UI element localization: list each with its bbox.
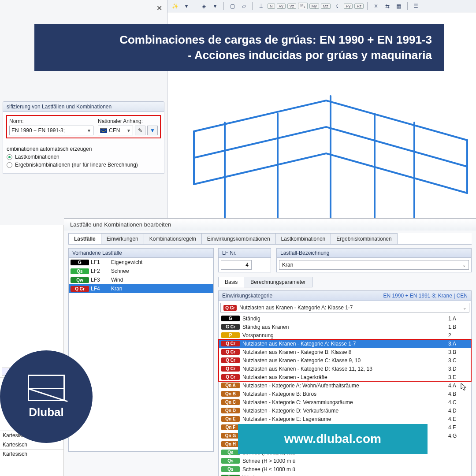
badge: Qn F xyxy=(221,424,240,430)
radio-ergebniskombinationen[interactable]: Ergebniskombinationen (nur für lineare B… xyxy=(7,162,160,168)
force-vz[interactable]: Vz xyxy=(287,4,297,9)
headline-line2: - Acciones inducidas por grúas y maquina… xyxy=(47,48,432,63)
chevron-down-icon: ▼ xyxy=(126,128,131,133)
norm-select[interactable]: EN 1990 + EN 1991-3;▼ xyxy=(9,126,93,135)
force-py[interactable]: Py xyxy=(344,4,353,9)
category-option[interactable]: Q Cr Nutzlasten aus Kranen - Kategorie D… xyxy=(219,364,471,373)
category-option[interactable]: Qn D Nutzlasten - Kategorie D: Verkaufsr… xyxy=(219,406,471,415)
badge: G xyxy=(221,316,240,321)
category-text: Nutzlasten - Kategorie E: Lagerräume xyxy=(242,416,446,422)
category-option[interactable]: Qs Schnee (H ≤ 1000 m ü xyxy=(219,465,471,473)
loadcase-row[interactable]: Q Cr LF4 Kran xyxy=(69,284,213,293)
auto-combination-label: ombinationen automatisch erzeugen xyxy=(7,146,160,152)
category-code: 2 xyxy=(448,332,469,338)
lfdesc-select[interactable]: Kran⌄ xyxy=(279,260,469,270)
radio-off-icon xyxy=(7,162,12,168)
loadcase-row[interactable]: G LF1 Eigengewicht xyxy=(69,258,213,267)
brand-name: Dlubal xyxy=(29,405,63,419)
norm-label: Norm: xyxy=(9,118,93,124)
badge: Qs xyxy=(221,458,240,464)
annex-label: Nationaler Anhang: xyxy=(98,118,158,124)
force-vy[interactable]: Vy xyxy=(277,4,286,9)
category-text: Nutzlasten aus Kranen - Lagerkräfte xyxy=(242,374,446,380)
table-icon[interactable]: ▦ xyxy=(394,1,404,11)
category-code: 3.D xyxy=(448,366,469,372)
category-text: Nutzlasten - Kategorie C: Versammlungsrä… xyxy=(242,399,446,405)
annex-edit-icon[interactable]: ✎ xyxy=(135,126,145,135)
tab-berechnungsparameter[interactable]: Berechnungsparameter xyxy=(244,277,312,287)
loadcase-name: Eigengewicht xyxy=(111,259,212,265)
category-text: Nutzlasten aus Kranen - Kategorie B: Kla… xyxy=(242,349,446,355)
category-option[interactable]: Q Cr Nutzlasten aus Kranen - Lagerkräfte… xyxy=(219,373,471,381)
category-code: 1.A xyxy=(448,316,469,322)
website-url: www.dlubal.com xyxy=(238,424,428,454)
loadcase-name: Kran xyxy=(111,286,212,292)
close-icon[interactable]: ✕ xyxy=(154,3,164,13)
moment-m1[interactable]: M1 xyxy=(298,3,308,9)
headline-line1: Combinaciones de cargas de grúas: EN 199… xyxy=(47,32,432,48)
loadcase-id: LF2 xyxy=(91,268,109,274)
lfnr-head: LF Nr. xyxy=(218,248,271,258)
badge: Q Cr xyxy=(221,374,240,380)
arrow-icon[interactable]: ▾ xyxy=(182,1,191,11)
category-option[interactable]: P Vorspannung 2 xyxy=(219,331,471,339)
frame-icon[interactable]: ▢ xyxy=(227,1,237,11)
category-option[interactable]: Qn B Nutzlasten - Kategorie B: Büros 4.B xyxy=(219,390,471,398)
force-n[interactable]: N xyxy=(268,4,275,9)
bend-icon[interactable]: ⤹ xyxy=(332,1,342,11)
badge: Qw xyxy=(71,277,89,283)
radio-on-icon xyxy=(7,154,12,160)
dropdown-icon[interactable]: ▾ xyxy=(210,1,220,11)
annex-select[interactable]: CEN▼ xyxy=(98,126,133,135)
lfnr-input[interactable] xyxy=(221,260,252,270)
annex-filter-icon[interactable]: ▼ xyxy=(147,126,158,135)
tab-lastfaelle[interactable]: Lastfälle xyxy=(68,233,101,244)
loadcase-name: Schnee xyxy=(111,268,212,274)
category-option[interactable]: Q Cr Nutzlasten aus Kranen - Kategorie B… xyxy=(219,348,471,356)
category-option[interactable]: Qs Schnee (H > 1000 m ü xyxy=(219,457,471,465)
category-option[interactable]: Q Cr Nutzlasten aus Kranen - Kategorie A… xyxy=(219,339,471,348)
category-option[interactable]: Qw Wind xyxy=(219,473,471,476)
coord-system-row[interactable]: Kartesisch xyxy=(0,449,63,458)
category-option[interactable]: G Cr Ständig aus Kranen 1.B xyxy=(219,323,471,331)
badge: Qn B xyxy=(221,391,240,397)
pipe-icon[interactable]: ⟘ xyxy=(256,1,266,11)
headline-banner: Combinaciones de cargas de grúas: EN 199… xyxy=(34,24,444,71)
badge: Qn A xyxy=(221,383,240,388)
category-option[interactable]: Qn C Nutzlasten - Kategorie C: Versammlu… xyxy=(219,398,471,406)
category-option[interactable]: Qn E Nutzlasten - Kategorie E: Lagerräum… xyxy=(219,415,471,423)
tab-basis[interactable]: Basis xyxy=(218,277,244,287)
radio-lastkombinationen[interactable]: Lastkombinationen xyxy=(7,154,160,160)
category-text: Wind xyxy=(242,475,446,476)
main-toolbar: ✨ ▾ ◈ ▾ ▢ ▱ ⟘ N Vy Vz M1 My Mz ⤹ Py Pz ✳… xyxy=(167,0,476,12)
badge: Q Cr xyxy=(221,349,240,355)
category-text: Nutzlasten aus Kranen - Kategorie C: Kla… xyxy=(242,357,446,364)
badge: Qs xyxy=(221,450,240,455)
loadcase-row[interactable]: Qs LF2 Schnee xyxy=(69,267,213,275)
tab-kombinationsregeln[interactable]: Kombinationsregeln xyxy=(144,233,202,244)
loadcase-list[interactable]: G LF1 EigengewichtQs LF2 SchneeQw LF3 Wi… xyxy=(68,258,214,452)
category-code: 4.A xyxy=(448,383,469,389)
category-option[interactable]: G Ständig 1.A xyxy=(219,314,471,323)
moment-mz[interactable]: Mz xyxy=(321,4,331,9)
chevron-down-icon: ⌄ xyxy=(463,305,466,310)
list-icon[interactable]: ☰ xyxy=(411,1,421,11)
cube-icon[interactable]: ◈ xyxy=(199,1,208,11)
tool1-icon[interactable]: ✳ xyxy=(371,1,381,11)
category-select[interactable]: Q Cr Nutzlasten aus Kranen - Kategorie A… xyxy=(220,303,469,312)
tool2-icon[interactable]: ⇆ xyxy=(383,1,392,11)
wizard-icon[interactable]: ✨ xyxy=(170,1,180,11)
tab-einwirkungskomb[interactable]: Einwirkungskombinationen xyxy=(201,233,276,244)
category-text: Nutzlasten aus Kranen - Kategorie A: Kla… xyxy=(242,341,446,347)
category-option[interactable]: Qn A Nutzlasten - Kategorie A: Wohn/Aufe… xyxy=(219,381,471,390)
category-option[interactable]: Q Cr Nutzlasten aus Kranen - Kategorie C… xyxy=(219,356,471,364)
moment-my[interactable]: My xyxy=(309,4,319,9)
tab-einwirkungen[interactable]: Einwirkungen xyxy=(101,233,144,244)
loadcase-id: LF4 xyxy=(91,286,109,292)
tab-ergebniskomb[interactable]: Ergebniskombinationen xyxy=(331,233,397,244)
frame2-icon[interactable]: ▱ xyxy=(239,1,249,11)
category-text: Ständig aus Kranen xyxy=(242,324,446,330)
force-pz[interactable]: Pz xyxy=(354,4,364,9)
tab-lastkombinationen[interactable]: Lastkombinationen xyxy=(275,233,331,244)
loadcase-row[interactable]: Qw LF3 Wind xyxy=(69,275,213,284)
